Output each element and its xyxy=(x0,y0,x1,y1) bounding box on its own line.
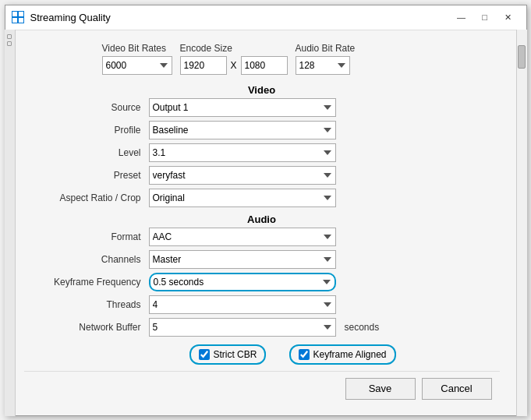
streaming-quality-window: Streaming Quality — □ ✕ Vi xyxy=(5,5,527,416)
window-controls: — □ ✕ xyxy=(450,8,520,26)
aspect-row: Aspect Ratio / Crop Original 16:9 4:3 xyxy=(24,188,500,208)
content-area: Video Bit Rates 6000 4000 8000 10000 Enc… xyxy=(16,30,515,415)
format-row: Format AAC MP3 Opus xyxy=(24,227,500,247)
preset-row: Preset veryfast superfast ultrafast fast… xyxy=(24,165,500,185)
close-button[interactable]: ✕ xyxy=(497,8,520,26)
x-separator: X xyxy=(229,60,239,71)
encode-width-input[interactable]: 1920 xyxy=(180,56,227,75)
preset-label: Preset xyxy=(24,170,149,181)
encode-size-label: Encode Size xyxy=(180,43,232,54)
video-bitrate-select[interactable]: 6000 4000 8000 10000 xyxy=(102,56,172,75)
video-bitrate-group: Video Bit Rates 6000 4000 8000 10000 xyxy=(102,43,172,75)
dot-2 xyxy=(7,41,12,46)
threads-label: Threads xyxy=(24,299,149,310)
svg-rect-3 xyxy=(19,18,23,23)
app-icon xyxy=(12,11,24,23)
keyframe-control: 0.5 seconds 1 second 2 seconds 3 seconds… xyxy=(149,273,500,291)
maximize-button[interactable]: □ xyxy=(473,8,497,26)
source-control: Output 1 Output 2 xyxy=(149,98,500,117)
bottom-buttons: Save Cancel xyxy=(24,371,500,408)
minimize-button[interactable]: — xyxy=(450,8,473,26)
threads-control: 4 1 2 8 16 xyxy=(149,295,500,314)
main-content: Video Bit Rates 6000 4000 8000 10000 Enc… xyxy=(16,30,515,415)
top-controls-row: Video Bit Rates 6000 4000 8000 10000 Enc… xyxy=(24,38,500,81)
network-buffer-row: Network Buffer 5 0 1 2 3 4 10 seconds xyxy=(24,317,500,337)
profile-row: Profile Baseline Main High xyxy=(24,120,500,140)
format-label: Format xyxy=(24,231,149,242)
seconds-label: seconds xyxy=(345,322,380,333)
channels-select[interactable]: Master Stereo Mono xyxy=(149,250,336,269)
left-panel xyxy=(5,30,16,416)
format-select[interactable]: AAC MP3 Opus xyxy=(149,228,336,246)
threads-row: Threads 4 1 2 8 16 xyxy=(24,295,500,315)
level-label: Level xyxy=(24,147,149,158)
aspect-label: Aspect Ratio / Crop xyxy=(24,192,149,203)
channels-control: Master Stereo Mono xyxy=(149,250,500,269)
keyframe-aligned-label: Keyframe Aligned xyxy=(313,349,386,360)
source-row: Source Output 1 Output 2 xyxy=(24,97,500,118)
level-control: 3.1 3.2 4.0 4.1 4.2 xyxy=(149,143,500,162)
aspect-control: Original 16:9 4:3 xyxy=(149,189,500,207)
format-control: AAC MP3 Opus xyxy=(149,228,500,246)
profile-label: Profile xyxy=(24,125,149,136)
svg-rect-2 xyxy=(12,18,17,23)
strict-cbr-checkbox[interactable] xyxy=(199,349,210,360)
preset-select[interactable]: veryfast superfast ultrafast fast medium… xyxy=(149,166,336,185)
keyframe-aligned-group: Keyframe Aligned xyxy=(289,344,395,365)
svg-rect-0 xyxy=(12,12,17,16)
strict-cbr-label: Strict CBR xyxy=(213,349,257,360)
scrollbar-thumb[interactable] xyxy=(518,45,526,69)
right-scrollbar[interactable] xyxy=(516,30,527,416)
cancel-button[interactable]: Cancel xyxy=(422,378,492,400)
encode-size-group: Encode Size 1920 X 1080 xyxy=(180,43,288,75)
network-buffer-label: Network Buffer xyxy=(24,322,149,333)
profile-control: Baseline Main High xyxy=(149,121,500,139)
network-buffer-control: 5 0 1 2 3 4 10 seconds xyxy=(149,318,500,337)
level-row: Level 3.1 3.2 4.0 4.1 4.2 xyxy=(24,143,500,163)
panel-dots xyxy=(5,30,15,46)
source-label: Source xyxy=(24,102,149,113)
audio-bitrate-label: Audio Bit Rate xyxy=(296,43,356,54)
network-buffer-select[interactable]: 5 0 1 2 3 4 10 xyxy=(149,318,336,337)
threads-select[interactable]: 4 1 2 8 16 xyxy=(149,295,336,314)
profile-select[interactable]: Baseline Main High xyxy=(149,121,336,139)
svg-rect-1 xyxy=(19,12,23,16)
keyframe-row: Keyframe Frequency 0.5 seconds 1 second … xyxy=(24,272,500,292)
audio-section-header: Audio xyxy=(24,210,500,227)
aspect-select[interactable]: Original 16:9 4:3 xyxy=(149,189,336,207)
video-bitrate-label: Video Bit Rates xyxy=(102,43,167,54)
title-bar: Streaming Quality — □ ✕ xyxy=(5,5,526,30)
preset-control: veryfast superfast ultrafast fast medium… xyxy=(149,166,500,185)
keyframe-select[interactable]: 0.5 seconds 1 second 2 seconds 3 seconds… xyxy=(149,273,336,291)
level-select[interactable]: 3.1 3.2 4.0 4.1 4.2 xyxy=(149,143,336,162)
keyframe-label: Keyframe Frequency xyxy=(24,277,149,288)
channels-label: Channels xyxy=(24,254,149,265)
dot-1 xyxy=(7,34,12,39)
strict-cbr-group: Strict CBR xyxy=(189,344,266,365)
audio-bitrate-group: Audio Bit Rate 128 64 96 160 192 256 320 xyxy=(296,43,356,75)
window-title: Streaming Quality xyxy=(30,12,450,23)
audio-bitrate-select[interactable]: 128 64 96 160 192 256 320 xyxy=(296,56,350,75)
checkbox-row: Strict CBR Keyframe Aligned xyxy=(24,340,500,368)
channels-row: Channels Master Stereo Mono xyxy=(24,249,500,270)
keyframe-aligned-checkbox[interactable] xyxy=(299,349,310,360)
video-section-header: Video xyxy=(24,81,500,97)
save-button[interactable]: Save xyxy=(345,378,416,400)
encode-height-input[interactable]: 1080 xyxy=(241,56,288,75)
source-select[interactable]: Output 1 Output 2 xyxy=(149,98,336,117)
